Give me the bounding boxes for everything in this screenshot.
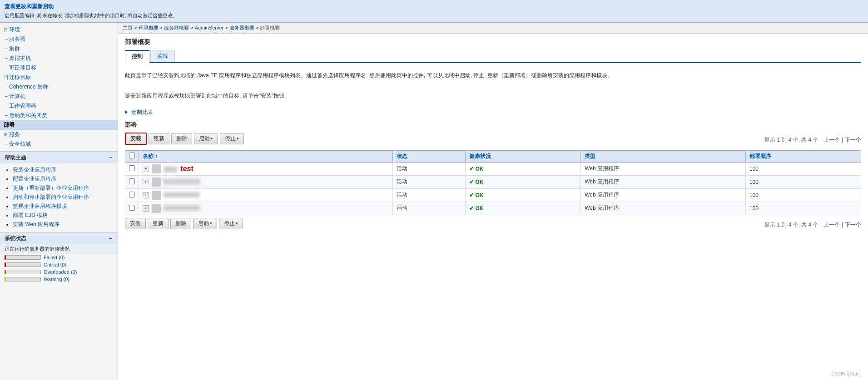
bottom-toolbar-row: 安装 更新 删除 启动 ▾ 停止 ▾ 显示 1 到 4 个, 共 4 个 上: [125, 218, 861, 232]
expand-row-btn[interactable]: +: [143, 166, 149, 172]
sidebar-item-work-manager[interactable]: －工作管理器: [0, 101, 118, 111]
warning-label[interactable]: Warning (0): [44, 276, 69, 282]
sidebar-item-coherence-server[interactable]: 可迁移目标: [0, 73, 118, 82]
update-button-bottom[interactable]: 更新: [148, 218, 169, 229]
row-order: 100: [745, 188, 861, 202]
tab-control[interactable]: 控制: [125, 50, 149, 63]
sidebar-item-cluster[interactable]: －集群: [0, 44, 118, 54]
notification-bar: 查看更改和重新启动 启用配置编辑, 将来在修改, 添加或删除此域中的项目时, 将…: [0, 0, 868, 23]
delete-button[interactable]: 删除: [171, 133, 192, 144]
customize-label: 定制此表: [131, 109, 153, 116]
prev-link[interactable]: 上一个: [823, 136, 840, 144]
expand-row-btn[interactable]: +: [143, 205, 149, 212]
expand-row-btn[interactable]: +: [143, 192, 149, 198]
status-collapse-icon[interactable]: －: [108, 235, 113, 242]
header-type: 类型: [581, 150, 746, 162]
breadcrumb: 主页 > 环境概要 > 服务器概要 > AdminServer > 服务器概要 …: [118, 23, 868, 34]
row-name-link[interactable]: test: [164, 165, 193, 173]
update-button[interactable]: 更新: [149, 133, 169, 144]
toolbar-top: 安装 更新 删除 启动 ▾ 停止 ▾: [125, 133, 244, 145]
header-checkbox: [125, 150, 139, 162]
table-row: + 活动 ✔ OK Web 应用程序 100: [125, 188, 861, 202]
help-item-3: 更新（重新部署）企业应用程序: [13, 184, 113, 192]
sidebar-item-service[interactable]: ⊞ 服务: [0, 130, 118, 139]
next-link-bottom[interactable]: 下一个: [845, 221, 861, 229]
sidebar-label: 部署: [4, 121, 15, 129]
row-checkbox-cell: [125, 175, 139, 188]
name-blurred: [164, 205, 200, 211]
row-health: ✔ OK: [466, 188, 581, 202]
sidebar-item-deploy[interactable]: 部署: [0, 120, 118, 130]
tab-monitor[interactable]: 监视: [150, 50, 175, 62]
status-title-label: 系统状态: [5, 235, 26, 242]
triangle-icon: [125, 110, 128, 114]
header-name[interactable]: 名称 ↑: [139, 150, 393, 162]
pagination-text-bottom: 显示 1 到 4 个, 共 4 个: [764, 221, 818, 229]
help-item-7: 安装 Web 应用程序: [13, 221, 113, 228]
row-name-link[interactable]: [164, 192, 200, 198]
help-item-5: 监视企业应用程序模块: [13, 202, 113, 210]
breadcrumb-home[interactable]: 主页: [123, 25, 133, 30]
sidebar-item-env[interactable]: ⊟ 环境: [0, 25, 118, 35]
breadcrumb-adminserver[interactable]: AdminServer: [195, 25, 224, 30]
content-area: 主页 > 环境概要 > 服务器概要 > AdminServer > 服务器概要 …: [118, 23, 868, 380]
sidebar-item-migratable[interactable]: －可迁移目标: [0, 63, 118, 73]
main-layout: ⊟ 环境 －服务器 －集群 －虚拟主机 －可迁移目标 可迁移目标 －Cohere…: [0, 23, 868, 380]
customize-link[interactable]: 定制此表: [125, 109, 861, 116]
sidebar-item-vm[interactable]: －虚拟主机: [0, 54, 118, 63]
deployments-table: 名称 ↑ 状态 健康状况 类型 部署顺序: [125, 150, 861, 215]
help-section-title: 帮助主题 －: [0, 152, 118, 163]
table-row: + 活动 ✔ OK Web 应用程序 100: [125, 175, 861, 188]
expand-icon: ⊞: [4, 132, 7, 137]
row-checkbox[interactable]: [129, 165, 135, 171]
start-button[interactable]: 启动 ▾: [194, 133, 218, 144]
notification-title[interactable]: 查看更改和重新启动: [5, 3, 863, 10]
prev-link-bottom[interactable]: 上一个: [823, 221, 840, 229]
name-blurred: [164, 166, 177, 173]
row-checkbox-cell: [125, 188, 139, 202]
stop-button-bottom[interactable]: 停止 ▾: [219, 218, 243, 229]
install-button[interactable]: 安装: [125, 133, 147, 145]
sidebar-item-coherence-cluster[interactable]: －Coherence 集群: [0, 82, 118, 92]
app-icon: [152, 178, 161, 187]
row-name-cell: +: [139, 175, 393, 188]
install-button-bottom[interactable]: 安装: [125, 218, 146, 229]
critical-label[interactable]: Critical (0): [44, 262, 66, 267]
sidebar-item-server[interactable]: －服务器: [0, 35, 118, 44]
next-link[interactable]: 下一个: [845, 136, 861, 144]
status-failed-row: Failed (0): [0, 254, 118, 261]
sidebar-item-startup-shutdown[interactable]: －启动类和关闭类: [0, 111, 118, 120]
sidebar-label: 环境: [9, 26, 20, 34]
sep-bottom: |: [842, 222, 843, 228]
row-type: Web 应用程序: [581, 188, 746, 202]
stop-label-bottom: 停止: [224, 220, 235, 227]
pagination-text: 显示 1 到 4 个, 共 4 个: [764, 136, 818, 144]
app-icon: [152, 164, 161, 173]
failed-label[interactable]: Failed (0): [44, 255, 64, 260]
help-collapse-icon[interactable]: －: [108, 154, 113, 162]
sidebar-item-machine[interactable]: －计算机: [0, 92, 118, 101]
sidebar-item-security-domain[interactable]: －安全领域: [0, 139, 118, 149]
status-section-title: 系统状态 －: [0, 233, 118, 244]
row-name-link[interactable]: [164, 179, 200, 185]
overloaded-label[interactable]: Overloaded (0): [44, 269, 77, 275]
row-checkbox[interactable]: [129, 205, 135, 211]
help-item-2: 配置企业应用程序: [13, 175, 113, 183]
row-status: 活动: [392, 162, 465, 175]
breadcrumb-server-summary2[interactable]: 服务器概要: [229, 25, 254, 30]
breadcrumb-server-summary[interactable]: 服务器概要: [164, 25, 189, 30]
breadcrumb-env[interactable]: 环境概要: [139, 25, 159, 30]
row-name-cell: +: [139, 202, 393, 215]
sidebar-label: －集群: [4, 45, 20, 53]
stop-button[interactable]: 停止 ▾: [220, 133, 244, 144]
delete-button-bottom[interactable]: 删除: [170, 218, 191, 229]
expand-row-btn[interactable]: +: [143, 179, 149, 185]
info-text-2: 要安装新应用程序或模块以部署到此域中的目标, 请单击"安装"按钮。: [125, 88, 861, 104]
start-button-bottom[interactable]: 启动 ▾: [193, 218, 217, 229]
row-checkbox[interactable]: [129, 192, 135, 197]
row-checkbox[interactable]: [129, 178, 135, 184]
help-item-1: 安装企业应用程序: [13, 166, 113, 174]
select-all-checkbox[interactable]: [129, 153, 135, 158]
row-name-link[interactable]: [164, 205, 200, 212]
sidebar-label: 服务: [9, 131, 20, 138]
